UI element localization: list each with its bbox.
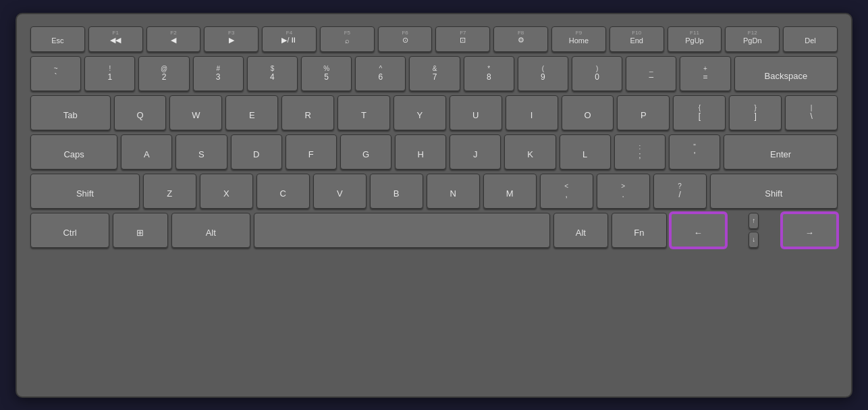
key-o[interactable]: O: [562, 95, 614, 130]
key-space[interactable]: [254, 213, 550, 248]
bottom-row: Ctrl ⊞ Alt Alt Fn ← ↑ ↓ →: [30, 213, 838, 248]
key-x[interactable]: X: [200, 174, 253, 209]
key-f10[interactable]: F10 End: [609, 26, 664, 52]
key-u[interactable]: U: [450, 95, 502, 130]
key-7[interactable]: & 7: [409, 56, 460, 91]
key-6[interactable]: ^ 6: [355, 56, 406, 91]
key-period[interactable]: > .: [597, 174, 650, 209]
key-shift-left[interactable]: Shift: [30, 174, 140, 209]
key-tab[interactable]: Tab: [30, 95, 111, 130]
key-enter[interactable]: Enter: [724, 134, 838, 170]
key-minus[interactable]: _ –: [626, 56, 676, 91]
key-g[interactable]: G: [340, 134, 391, 170]
key-right-arrow[interactable]: →: [782, 213, 838, 248]
key-backspace[interactable]: Backspace: [734, 56, 838, 91]
key-quote[interactable]: " ': [669, 134, 720, 170]
key-esc[interactable]: Esc: [30, 26, 85, 52]
key-alt-right[interactable]: Alt: [553, 213, 608, 248]
key-caps[interactable]: Caps: [30, 134, 117, 170]
qwerty-row: Tab Q W E R T Y U I O P: [30, 95, 838, 130]
key-a[interactable]: A: [121, 134, 172, 170]
key-f4[interactable]: F4 ▶/⏸: [262, 26, 317, 52]
key-c[interactable]: C: [256, 174, 310, 209]
key-lbracket[interactable]: { [: [673, 95, 726, 130]
key-f9[interactable]: F9 Home: [551, 26, 606, 52]
fn-row: Esc F1 ◀◀ F2 ◀ F3 ▶ F4 ▶/⏸ F5 ⌕ F6 ⊙ F7 …: [30, 26, 838, 52]
key-f7[interactable]: F7 ⊡: [435, 26, 490, 52]
key-t[interactable]: T: [337, 95, 390, 130]
key-h[interactable]: H: [395, 134, 446, 170]
key-v[interactable]: V: [313, 174, 367, 209]
key-f2[interactable]: F2 ◀: [146, 26, 201, 52]
key-k[interactable]: K: [504, 134, 555, 170]
key-f3[interactable]: F3 ▶: [204, 26, 259, 52]
key-8[interactable]: * 8: [464, 56, 514, 91]
key-1[interactable]: ! 1: [84, 56, 135, 91]
key-equals[interactable]: + =: [680, 56, 730, 91]
key-3[interactable]: # 3: [193, 56, 244, 91]
key-f[interactable]: F: [286, 134, 337, 170]
key-z[interactable]: Z: [143, 174, 196, 209]
key-n[interactable]: N: [427, 174, 480, 209]
key-b[interactable]: B: [370, 174, 423, 209]
key-fn[interactable]: Fn: [612, 213, 666, 248]
key-2[interactable]: @ 2: [138, 56, 189, 91]
zxcv-row: Shift Z X C V B N M < ,: [30, 174, 838, 209]
keyboard: Esc F1 ◀◀ F2 ◀ F3 ▶ F4 ▶/⏸ F5 ⌕ F6 ⊙ F7 …: [16, 13, 852, 398]
key-e[interactable]: E: [225, 95, 278, 130]
key-5[interactable]: % 5: [301, 56, 352, 91]
key-9[interactable]: ( 9: [518, 56, 568, 91]
key-semicolon[interactable]: : ;: [614, 134, 666, 170]
key-4[interactable]: $ 4: [247, 56, 298, 91]
key-f5[interactable]: F5 ⌕: [320, 26, 375, 52]
key-backtick[interactable]: ~ `: [30, 56, 81, 91]
key-win[interactable]: ⊞: [113, 213, 167, 248]
key-s[interactable]: S: [175, 134, 227, 170]
key-left-arrow[interactable]: ←: [670, 213, 726, 248]
key-f1[interactable]: F1 ◀◀: [88, 26, 143, 52]
key-w[interactable]: W: [169, 95, 222, 130]
key-f6[interactable]: F6 ⊙: [378, 26, 433, 52]
asdf-row: Caps A S D F G H J K L :: [30, 134, 838, 170]
key-comma[interactable]: < ,: [540, 174, 593, 209]
number-row: ~ ` ! 1 @ 2 # 3 $ 4: [30, 56, 838, 91]
key-i[interactable]: I: [506, 95, 558, 130]
key-shift-right[interactable]: Shift: [710, 174, 838, 209]
key-q[interactable]: Q: [114, 95, 167, 130]
key-j[interactable]: J: [450, 134, 501, 170]
key-del[interactable]: Del: [783, 26, 838, 52]
key-up-arrow[interactable]: ↑: [749, 213, 759, 229]
key-f8[interactable]: F8 ⚙: [493, 26, 548, 52]
key-f12[interactable]: F12 PgDn: [725, 26, 780, 52]
key-d[interactable]: D: [231, 134, 282, 170]
key-m[interactable]: M: [483, 174, 537, 209]
key-0[interactable]: ) 0: [572, 56, 622, 91]
key-alt-left[interactable]: Alt: [171, 213, 250, 248]
key-r[interactable]: R: [281, 95, 334, 130]
key-down-arrow[interactable]: ↓: [749, 232, 759, 248]
key-p[interactable]: P: [617, 95, 670, 130]
key-slash[interactable]: ? /: [653, 174, 707, 209]
key-backslash[interactable]: | \: [785, 95, 838, 130]
key-y[interactable]: Y: [394, 95, 446, 130]
key-rbracket[interactable]: } ]: [729, 95, 782, 130]
key-up-down-arrow: ↑ ↓: [730, 213, 778, 248]
key-ctrl-left[interactable]: Ctrl: [30, 213, 109, 248]
key-l[interactable]: L: [560, 134, 611, 170]
key-f11[interactable]: F11 PgUp: [668, 26, 722, 52]
